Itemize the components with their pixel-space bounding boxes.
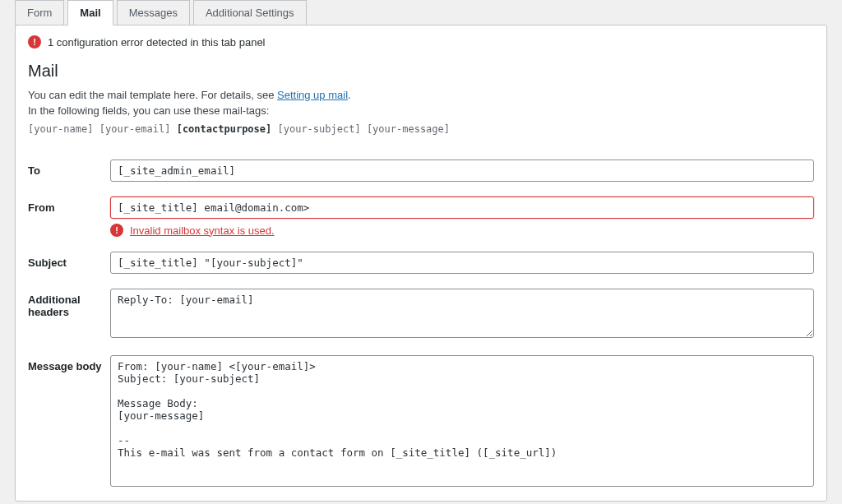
label-additional-headers: Additional headers [28,289,110,318]
error-icon: ! [28,35,41,49]
mailtag-your-name: [your-name] [28,123,93,135]
config-error-banner: ! 1 configuration error detected in this… [28,25,814,57]
section-title: Mail [28,62,814,81]
label-from: From [28,197,110,214]
mailtag-your-email: [your-email] [99,123,171,135]
row-from: From ! Invalid mailbox syntax is used. [28,197,814,237]
label-subject: Subject [28,252,110,269]
input-to[interactable] [110,160,814,182]
textarea-message-body[interactable] [110,355,814,487]
help-text-line2: In the following fields, you can use the… [28,104,814,117]
row-additional-headers: Additional headers [28,289,814,340]
help-text-line1: You can edit the mail template here. For… [28,89,814,101]
tab-bar: Form Mail Messages Additional Settings [15,0,842,25]
mail-panel: ! 1 configuration error detected in this… [15,25,827,502]
error-icon: ! [110,224,123,237]
input-from[interactable] [110,197,814,219]
mailtag-your-subject: [your-subject] [277,123,360,135]
label-message-body: Message body [28,355,110,372]
tab-form[interactable]: Form [15,0,64,25]
row-message-body: Message body [28,355,814,489]
input-subject[interactable] [110,252,814,274]
tab-mail[interactable]: Mail [67,0,113,25]
tab-additional-settings[interactable]: Additional Settings [193,0,307,25]
mailtag-your-message: [your-message] [367,123,450,135]
row-subject: Subject [28,252,814,274]
mail-tags: [your-name] [your-email] [contactpurpose… [28,120,814,145]
from-error: ! Invalid mailbox syntax is used. [110,224,814,237]
label-to: To [28,160,110,177]
row-to: To [28,160,814,182]
tab-messages[interactable]: Messages [117,0,190,25]
from-error-link[interactable]: Invalid mailbox syntax is used. [130,224,275,237]
help-link-setting-up-mail[interactable]: Setting up mail [277,89,348,101]
config-error-text: 1 configuration error detected in this t… [48,36,266,49]
mailtag-contactpurpose: [contactpurpose] [177,123,272,135]
textarea-additional-headers[interactable] [110,289,814,338]
